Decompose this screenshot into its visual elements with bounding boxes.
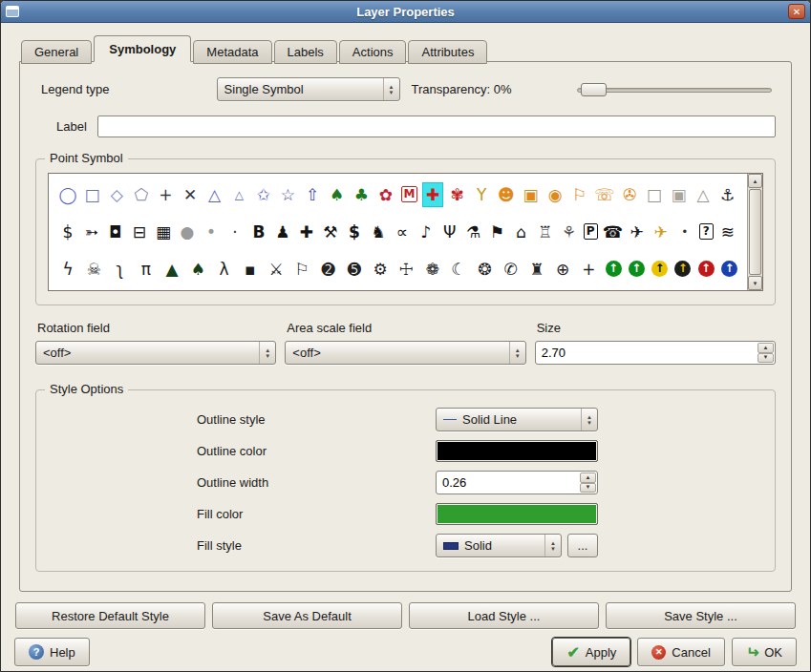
symbol-arrow-up-outline-icon[interactable]: ⇧ [303,183,322,206]
symbol-restaurant-icon[interactable]: Ψ [440,220,459,243]
symbol-plus-thin-icon[interactable]: + [579,258,598,281]
symbol-car-icon[interactable]: ⊟ [130,220,149,243]
symbol-dollar-bold-icon[interactable]: $ [345,220,364,243]
symbol-arrow-circle-black-icon[interactable]: ↑ [674,261,691,277]
scroll-up-icon[interactable]: ▲ [748,174,762,188]
symbol-picnic-table-icon[interactable]: π [137,258,156,281]
outline-width-input[interactable] [437,475,597,490]
symbol-star-outline-icon[interactable]: ✩ [254,183,273,206]
symbol-orange-reel-icon[interactable]: ✇ [620,183,639,206]
palette-scrollbar[interactable]: ▲ ▼ [747,174,762,290]
symbol-camera-icon[interactable]: ◘ [106,220,125,243]
tab-metadata[interactable]: Metadata [193,40,271,64]
symbol-orange-target-icon[interactable]: ◉ [545,183,565,206]
symbol-gray-circle-small-icon[interactable]: • [202,220,221,243]
symbol-people-icon[interactable]: ♟ [273,220,292,243]
symbol-fuel-pump-icon[interactable]: ⚗ [464,220,483,243]
symbol-horse-icon[interactable]: ♞ [369,220,388,243]
ok-button[interactable]: ↵ OK [732,638,797,666]
spin-up-icon[interactable]: ▲ [580,472,596,483]
symbol-tree-dark-icon[interactable]: ▲ [162,258,181,281]
help-button[interactable]: ? Help [14,638,90,666]
symbol-house-icon[interactable]: ⌂ [512,220,531,243]
area-scale-field-select[interactable]: <off> ▲▼ [285,341,525,365]
symbol-orange-phone-icon[interactable]: ☏ [594,183,614,206]
tab-symbology[interactable]: Symbology [94,35,191,62]
symbol-skater-icon[interactable]: ϟ [58,258,77,281]
symbol-gear-icon[interactable]: ⚙ [371,258,390,281]
symbol-arrow-circle-green-1-icon[interactable]: ↑ [606,261,622,277]
fill-color-button[interactable] [436,503,598,525]
symbol-circle-transit-icon[interactable]: ➎ [345,258,364,281]
symbol-flower-icon[interactable]: ✿ [376,183,395,206]
scroll-thumb[interactable] [749,189,761,275]
spin-down-icon[interactable]: ▼ [580,483,596,494]
tab-attributes[interactable]: Attributes [408,40,487,64]
symbol-arrow-circle-red-icon[interactable]: ↑ [698,261,715,277]
size-input[interactable] [536,346,775,360]
symbol-anchor-icon[interactable]: ⚓ [718,183,737,206]
save-as-default-button[interactable]: Save As Default [212,602,402,629]
symbol-pine-dark-icon[interactable]: ♠ [188,258,207,281]
symbol-triangle-icon[interactable]: △ [205,183,224,206]
symbol-fish-icon[interactable]: ∝ [393,220,412,243]
symbol-moon-icon[interactable]: ☾ [449,258,468,281]
apply-button[interactable]: ✔ Apply [552,638,630,666]
load-style-button[interactable]: Load Style ... [409,602,599,629]
outline-width-spinbox[interactable]: ▲ ▼ [436,471,598,494]
save-style-button[interactable]: Save Style ... [606,602,796,629]
symbol-building-icon[interactable]: ▦ [154,220,173,243]
symbol-plus-icon[interactable]: + [156,183,175,206]
symbol-tools-icon[interactable]: ⚒ [321,220,340,243]
symbol-medical-cross-icon[interactable]: ✚ [297,220,316,243]
symbol-skier-icon[interactable]: ʅ [111,258,130,281]
symbol-gun-icon[interactable]: ➳ [82,220,101,243]
symbol-square-dot-icon[interactable]: ▣ [669,183,688,206]
label-input[interactable] [97,116,776,137]
symbol-parking-icon[interactable]: P [584,223,598,240]
symbol-orange-badge-icon[interactable]: ☻ [497,183,516,206]
symbol-arrow-circle-green-2-icon[interactable]: ↑ [629,261,645,277]
tab-general[interactable]: General [21,40,92,64]
symbol-music-note-icon[interactable]: ♪ [416,220,436,243]
symbol-gear-flower-icon[interactable]: ❁ [423,258,442,281]
symbol-circle-icon[interactable]: ◯ [58,183,77,206]
symbol-question-sign-icon[interactable]: ? [699,223,714,240]
legend-type-select[interactable]: Single Symbol ▲▼ [217,77,400,101]
symbol-tiny-dot-icon[interactable]: · [225,220,245,243]
symbol-gray-circle-icon[interactable]: ● [178,220,197,243]
titlebar[interactable]: Layer Properties ✕ [1,1,810,23]
symbol-pentagon-icon[interactable]: ⬠ [132,183,151,206]
symbol-arrow-circle-blue-icon[interactable]: ↑ [721,261,737,277]
symbol-first-aid-cross-icon[interactable]: ✚ [423,183,442,206]
symbol-crosshair-icon[interactable]: ⊕ [553,258,572,281]
symbol-dot-icon[interactable]: • [675,220,694,243]
close-button[interactable]: ✕ [788,4,805,19]
restore-default-style-button[interactable]: Restore Default Style [15,602,205,629]
slider-handle[interactable] [581,83,607,96]
symbol-star-icon[interactable]: ☆ [278,183,297,206]
symbol-red-flower-icon[interactable]: ✾ [448,183,467,206]
symbol-golf-flag-icon[interactable]: ⚑ [488,220,507,243]
tab-actions[interactable]: Actions [339,40,407,64]
symbol-m-sign-icon[interactable]: M [401,186,418,202]
symbol-circle-digit-icon[interactable]: ➋ [319,258,338,281]
symbol-skull-crossbones-icon[interactable]: ☠ [84,258,103,281]
symbol-palette[interactable]: ◯□◇⬠+✕△△✩☆⇧♠♣✿M✚✾Y☻▣◉⚐☏✇□▣△⚓$➳◘⊟▦●•·B♟✚⚒… [49,174,747,290]
symbol-plant-icon[interactable]: ⚘ [560,220,579,243]
symbol-round-tree-icon[interactable]: ♣ [352,183,371,206]
symbol-square-icon[interactable]: □ [83,183,102,206]
spin-down-icon[interactable]: ▼ [758,353,774,364]
symbol-telephone-icon[interactable]: ☎ [603,220,623,243]
symbol-circle-cross-icon[interactable]: ☩ [396,258,416,281]
symbol-dollar-icon[interactable]: $ [58,220,77,243]
symbol-bank-icon[interactable]: ♖ [536,220,555,243]
symbol-white-square-icon[interactable]: □ [645,183,664,206]
symbol-circle-phone-icon[interactable]: ✆ [502,258,521,281]
symbol-hiker-icon[interactable]: λ [215,258,234,281]
symbol-small-marker-icon[interactable]: ▪ [241,258,260,281]
symbol-pine-tree-icon[interactable]: ♠ [328,183,347,206]
cancel-button[interactable]: ✕ Cancel [637,638,724,666]
symbol-airplane-yellow-icon[interactable]: ✈ [651,220,671,243]
transparency-slider[interactable] [577,81,772,98]
